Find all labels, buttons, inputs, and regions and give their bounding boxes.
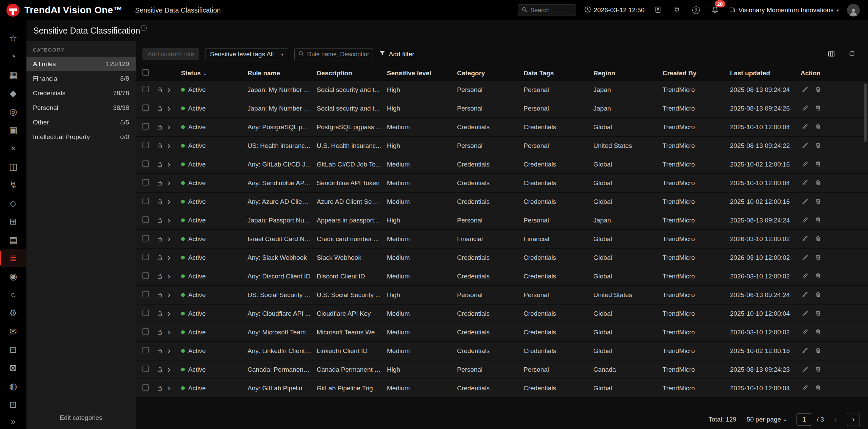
rule-name-cell[interactable]: Any: LinkedIn Client ID xyxy=(248,347,317,355)
expand-row-button[interactable]: › xyxy=(167,123,181,132)
expand-row-button[interactable]: › xyxy=(167,141,181,150)
expand-row-button[interactable]: › xyxy=(167,291,181,299)
expand-row-button[interactable]: › xyxy=(167,328,181,337)
rule-name-cell[interactable]: Japan: My Number –... xyxy=(248,105,317,112)
rail-detection-model-icon[interactable]: ↯ xyxy=(0,176,26,194)
row-checkbox[interactable] xyxy=(142,179,149,186)
table-row[interactable]: › Active Israel Credit Card Nu... Credit… xyxy=(136,230,868,249)
rail-network-security-icon[interactable]: ⊟ xyxy=(0,340,26,359)
expand-row-button[interactable]: › xyxy=(167,179,181,188)
delete-rule-button[interactable] xyxy=(815,86,821,93)
edit-categories-button[interactable]: Edit categories xyxy=(26,410,136,426)
row-checkbox[interactable] xyxy=(142,366,149,372)
table-row[interactable]: › Active Any: GitLab Pipeline ... GitLab… xyxy=(136,379,868,398)
column-header-sensitive-level[interactable]: Sensitive level xyxy=(387,70,457,77)
rail-workbench-icon[interactable]: × xyxy=(0,139,26,157)
table-row[interactable]: › Active Any: Microsoft Team... Microsof… xyxy=(136,323,868,342)
page-number-input[interactable] xyxy=(796,413,812,426)
table-scrollbar[interactable] xyxy=(864,83,867,142)
expand-row-button[interactable]: › xyxy=(167,347,181,355)
table-row[interactable]: › Active Canada: Permanent ... Canada Pe… xyxy=(136,360,868,379)
expand-row-button[interactable]: › xyxy=(167,384,181,393)
rule-name-cell[interactable]: Any: Microsoft Team... xyxy=(248,329,317,336)
delete-rule-button[interactable] xyxy=(815,291,821,298)
tenant-switcher[interactable]: Visionary Momentum Innovations ▾ xyxy=(729,6,839,15)
table-row[interactable]: › Active US: Social Security n... U.S. S… xyxy=(136,286,868,305)
sensitive-level-filter-dropdown[interactable]: Sensitive level tags All ▾ xyxy=(205,48,288,60)
delete-rule-button[interactable] xyxy=(815,142,821,149)
rule-name-cell[interactable]: Japan: Passport Nu... xyxy=(248,217,317,224)
delete-rule-button[interactable] xyxy=(815,254,821,261)
edit-rule-button[interactable] xyxy=(802,198,808,206)
row-checkbox[interactable] xyxy=(142,160,149,167)
table-row[interactable]: › Active Any: Cloudflare API ... Cloudfl… xyxy=(136,305,868,323)
category-item-all-rules[interactable]: All rules129/129 xyxy=(26,57,136,71)
expand-rail-button[interactable]: » xyxy=(8,414,18,429)
next-page-button[interactable]: › xyxy=(847,413,860,426)
edit-rule-button[interactable] xyxy=(802,291,808,299)
global-search-input[interactable] xyxy=(530,7,572,14)
rule-name-cell[interactable]: Any: Azure AD Client... xyxy=(248,198,317,206)
rule-name-cell[interactable]: Any: GitLab CI/CD J... xyxy=(248,161,317,168)
expand-row-button[interactable]: › xyxy=(167,253,181,262)
delete-rule-button[interactable] xyxy=(815,179,821,187)
delete-rule-button[interactable] xyxy=(815,235,821,242)
rail-search-icon[interactable]: ◎ xyxy=(0,102,26,121)
table-row[interactable]: › Active Any: Sendinblue API ... Sendinb… xyxy=(136,174,868,193)
edit-rule-button[interactable] xyxy=(802,105,808,112)
delete-rule-button[interactable] xyxy=(815,310,821,317)
column-header-region[interactable]: Region xyxy=(593,70,663,77)
delete-rule-button[interactable] xyxy=(815,347,821,354)
rule-name-cell[interactable]: Any: Slack Webhook xyxy=(248,254,317,261)
expand-row-button[interactable]: › xyxy=(167,365,181,374)
delete-rule-button[interactable] xyxy=(815,329,821,336)
rule-name-cell[interactable]: Japan: My Number –... xyxy=(248,86,317,94)
expand-row-button[interactable]: › xyxy=(167,235,181,243)
edit-rule-button[interactable] xyxy=(802,310,808,317)
rail-cloud-security-icon[interactable]: ○ xyxy=(0,286,26,304)
row-checkbox[interactable] xyxy=(142,310,149,316)
add-custom-rule-button[interactable]: Add custom rule xyxy=(142,48,199,60)
rule-search-input[interactable] xyxy=(307,51,369,58)
edit-rule-button[interactable] xyxy=(802,329,808,336)
per-page-dropdown[interactable]: 50 per page ▴ xyxy=(747,416,786,423)
rule-name-cell[interactable]: Israel Credit Card Nu... xyxy=(248,235,317,243)
user-avatar[interactable] xyxy=(847,4,860,17)
expand-row-button[interactable]: › xyxy=(167,272,181,281)
edit-rule-button[interactable] xyxy=(802,123,808,131)
rail-assessment-icon[interactable]: ▣ xyxy=(0,121,26,139)
rule-name-cell[interactable]: Any: Discord Client ID xyxy=(248,273,317,280)
rule-name-cell[interactable]: Any: Sendinblue API ... xyxy=(248,179,317,187)
row-checkbox[interactable] xyxy=(142,104,149,111)
refresh-button[interactable] xyxy=(846,49,857,60)
row-checkbox[interactable] xyxy=(142,198,149,204)
global-search[interactable] xyxy=(518,4,576,16)
rail-data-security-icon[interactable]: ≣ xyxy=(0,249,26,267)
table-row[interactable]: › Active Any: Discord Client ID Discord … xyxy=(136,267,868,286)
rail-reports-icon[interactable]: ▤ xyxy=(0,231,26,249)
rule-name-cell[interactable]: US: Social Security n... xyxy=(248,291,317,299)
rule-name-cell[interactable]: Canada: Permanent ... xyxy=(248,366,317,373)
rail-identity-security-icon[interactable]: ◉ xyxy=(0,267,26,286)
table-row[interactable]: › Active Any: GitLab CI/CD J... GitLab C… xyxy=(136,155,868,174)
column-header-data-tags[interactable]: Data Tags xyxy=(524,70,593,77)
column-header-category[interactable]: Category xyxy=(457,70,524,77)
delete-rule-button[interactable] xyxy=(815,385,821,392)
edit-rule-button[interactable] xyxy=(802,254,808,261)
category-item-financial[interactable]: Financial8/8 xyxy=(26,71,136,86)
rail-attack-surface-icon[interactable]: ◆ xyxy=(0,84,26,102)
edit-rule-button[interactable] xyxy=(802,161,808,168)
info-icon[interactable]: i xyxy=(141,25,147,31)
help-button[interactable]: ? xyxy=(691,5,702,16)
edit-rule-button[interactable] xyxy=(802,235,808,243)
edit-rule-button[interactable] xyxy=(802,217,808,224)
edit-rule-button[interactable] xyxy=(802,273,808,280)
release-notes-button[interactable] xyxy=(653,5,664,16)
category-item-personal[interactable]: Personal38/38 xyxy=(26,100,136,115)
row-checkbox[interactable] xyxy=(142,291,149,297)
rail-threat-intelligence-icon[interactable]: ◇ xyxy=(0,194,26,212)
rail-security-dashboard-icon[interactable]: ▦ xyxy=(0,66,26,84)
column-header-description[interactable]: Description xyxy=(317,70,387,77)
expand-row-button[interactable]: › xyxy=(167,104,181,113)
rule-name-cell[interactable]: US: Health insuranc... xyxy=(248,142,317,150)
